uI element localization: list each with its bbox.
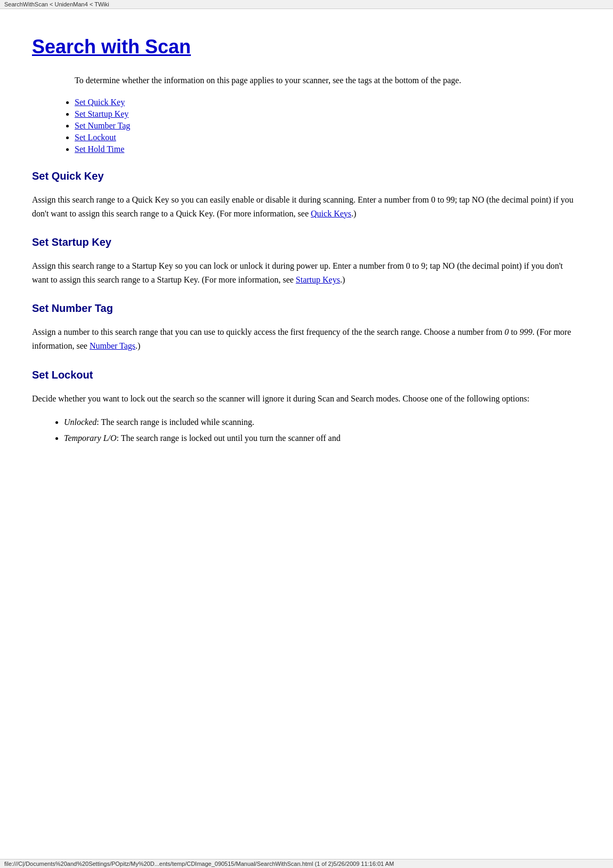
- section-body-set-number-tag: Assign a number to this search range tha…: [32, 325, 581, 352]
- quick-keys-link[interactable]: Quick Keys: [311, 209, 351, 218]
- section-heading-set-lockout: Set Lockout: [32, 369, 581, 381]
- table-of-contents: Set Quick Key Set Startup Key Set Number…: [75, 98, 581, 154]
- list-item: Temporary L/O: The search range is locke…: [64, 432, 581, 445]
- browser-tab-bar: SearchWithScan < UnidenMan4 < TWiki: [0, 0, 613, 9]
- section-heading-set-startup-key: Set Startup Key: [32, 236, 581, 248]
- toc-link-set-lockout[interactable]: Set Lockout: [75, 133, 116, 142]
- list-item-text: : The search range is locked out until y…: [117, 433, 341, 443]
- status-bar: file:///C|/Documents%20and%20Settings/PO…: [0, 859, 613, 868]
- toc-item: Set Hold Time: [75, 144, 581, 154]
- toc-item: Set Lockout: [75, 133, 581, 142]
- list-item-italic: Temporary L/O: [64, 433, 117, 443]
- startup-keys-link[interactable]: Startup Keys: [296, 275, 340, 284]
- tab-title: SearchWithScan < UnidenMan4 < TWiki: [4, 1, 109, 7]
- list-item-italic: Unlocked: [64, 417, 96, 427]
- page-title[interactable]: Search with Scan: [32, 36, 581, 58]
- section-heading-set-quick-key: Set Quick Key: [32, 170, 581, 182]
- section-heading-set-number-tag: Set Number Tag: [32, 302, 581, 315]
- toc-link-set-hold-time[interactable]: Set Hold Time: [75, 144, 124, 154]
- section-body-set-startup-key: Assign this search range to a Startup Ke…: [32, 259, 581, 286]
- section-body-set-quick-key: Assign this search range to a Quick Key …: [32, 193, 581, 220]
- list-item: Unlocked: The search range is included w…: [64, 416, 581, 429]
- section-body-set-lockout: Decide whether you want to lock out the …: [32, 392, 581, 406]
- toc-link-set-quick-key[interactable]: Set Quick Key: [75, 98, 125, 107]
- toc-item: Set Quick Key: [75, 98, 581, 107]
- status-bar-text: file:///C|/Documents%20and%20Settings/PO…: [4, 861, 394, 867]
- toc-link-set-number-tag[interactable]: Set Number Tag: [75, 121, 130, 130]
- list-item-text: : The search range is included while sca…: [96, 417, 254, 427]
- number-tags-link[interactable]: Number Tags: [90, 341, 135, 350]
- toc-item: Set Startup Key: [75, 109, 581, 119]
- lockout-options-list: Unlocked: The search range is included w…: [64, 416, 581, 445]
- toc-link-set-startup-key[interactable]: Set Startup Key: [75, 109, 128, 118]
- page-content: Search with Scan To determine whether th…: [0, 9, 613, 480]
- toc-item: Set Number Tag: [75, 121, 581, 131]
- intro-text: To determine whether the information on …: [75, 74, 581, 87]
